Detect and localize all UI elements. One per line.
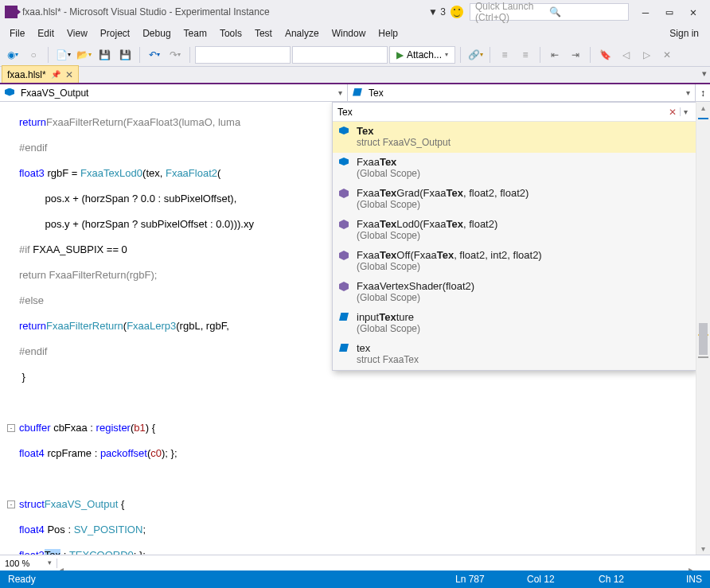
- navigation-bar: FxaaVS_Output ▾ Tex ▾ ↕: [0, 84, 710, 102]
- popup-item-title: FxaaTexLod0(FxaaTex, float2): [357, 218, 689, 230]
- popup-item[interactable]: Texstruct FxaaVS_Output: [333, 122, 696, 153]
- save-button[interactable]: 💾: [95, 45, 114, 64]
- menu-debug[interactable]: Debug: [136, 25, 177, 42]
- popup-item[interactable]: FxaaTexLod0(FxaaTex, float2)(Global Scop…: [333, 215, 696, 246]
- popup-item-title: FxaaTexGrad(FxaaTex, float2, float2): [357, 187, 689, 199]
- attach-button[interactable]: ▶ Attach... ▾: [389, 46, 455, 64]
- popup-item[interactable]: inputTexture(Global Scope): [333, 308, 696, 339]
- method-icon: [339, 282, 350, 293]
- status-line: Ln 787: [455, 574, 527, 585]
- clear-bookmarks-button[interactable]: ✕: [657, 45, 677, 64]
- menu-bar: File Edit View Project Debug Team Tools …: [0, 24, 710, 43]
- notification-flag[interactable]: ▼ 3: [428, 6, 446, 18]
- next-bookmark-button[interactable]: ▷: [637, 45, 656, 64]
- method-icon: [339, 220, 350, 231]
- popup-search-row: ✕ ▾: [333, 103, 696, 122]
- doc-tab-label: fxaa.hlsl*: [7, 69, 46, 80]
- filter-dropdown[interactable]: ▾: [680, 107, 691, 116]
- method-icon: [339, 251, 350, 262]
- title-bar: fxaa.hlsl* - Microsoft Visual Studio - E…: [0, 0, 710, 24]
- quick-launch-input[interactable]: Quick Launch (Ctrl+Q) 🔍: [470, 3, 629, 21]
- menu-analyze[interactable]: Analyze: [279, 25, 326, 42]
- minimize-button[interactable]: –: [634, 3, 657, 21]
- open-file-button[interactable]: 📂▾: [74, 45, 93, 64]
- field-icon: [339, 313, 350, 324]
- popup-item[interactable]: texstruct FxaaTex: [333, 339, 696, 370]
- popup-item[interactable]: FxaaTex(Global Scope): [333, 153, 696, 184]
- nav-forward-button[interactable]: ○: [24, 45, 43, 64]
- popup-item-title: FxaaTexOff(FxaaTex, float2, int2, float2…: [357, 249, 689, 261]
- undo-button[interactable]: ↶▾: [145, 45, 164, 64]
- popup-item-subtitle: struct FxaaVS_Output: [357, 137, 689, 148]
- close-tab-icon[interactable]: ✕: [65, 69, 73, 80]
- document-tab-fxaa[interactable]: fxaa.hlsl* 📌 ✕: [2, 65, 79, 83]
- split-editor-button[interactable]: ↕: [696, 84, 710, 101]
- status-ch: Ch 12: [599, 574, 670, 585]
- menu-view[interactable]: View: [60, 25, 94, 42]
- solution-config-dropdown[interactable]: [195, 46, 291, 64]
- nav-back-button[interactable]: ◉▾: [3, 45, 22, 64]
- redo-button[interactable]: ↷▾: [166, 45, 185, 64]
- bookmark-button[interactable]: 🔖: [595, 45, 614, 64]
- scroll-thumb[interactable]: [699, 323, 708, 355]
- play-icon: ▶: [396, 49, 404, 60]
- pin-icon[interactable]: 📌: [51, 70, 60, 79]
- uncomment-button[interactable]: ≡: [516, 45, 535, 64]
- menu-tools[interactable]: Tools: [213, 25, 248, 42]
- popup-item-title: inputTexture: [357, 311, 689, 323]
- tab-overflow-button[interactable]: ▾: [702, 68, 707, 79]
- scroll-down-icon[interactable]: ▾: [696, 544, 710, 553]
- sign-in-link[interactable]: Sign in: [661, 25, 707, 42]
- popup-item-subtitle: (Global Scope): [357, 261, 689, 272]
- solution-platform-dropdown[interactable]: [292, 46, 388, 64]
- method-icon: [339, 189, 350, 200]
- menu-window[interactable]: Window: [326, 25, 373, 42]
- popup-item-subtitle: struct FxaaTex: [357, 354, 689, 365]
- member-dropdown[interactable]: Tex ▾: [348, 84, 696, 101]
- scroll-up-icon[interactable]: ▴: [696, 103, 710, 112]
- feedback-smiley-icon[interactable]: [451, 6, 463, 18]
- close-button[interactable]: ✕: [681, 3, 705, 21]
- indent-left-button[interactable]: ⇤: [545, 45, 564, 64]
- popup-list: Texstruct FxaaVS_OutputFxaaTex(Global Sc…: [333, 122, 696, 370]
- menu-project[interactable]: Project: [94, 25, 136, 42]
- browser-link-button[interactable]: 🔗▾: [466, 45, 485, 64]
- main-toolbar: ◉▾ ○ 📄▾ 📂▾ 💾 💾 ↶▾ ↷▾ ▶ Attach... ▾ 🔗▾ ≡ …: [0, 43, 710, 67]
- menu-help[interactable]: Help: [372, 25, 404, 42]
- maximize-button[interactable]: ▭: [657, 3, 681, 21]
- popup-item-subtitle: (Global Scope): [357, 292, 689, 303]
- new-project-button[interactable]: 📄▾: [53, 45, 72, 64]
- popup-item-subtitle: (Global Scope): [357, 168, 689, 179]
- struct-icon: [339, 158, 350, 169]
- menu-test[interactable]: Test: [248, 25, 279, 42]
- save-all-button[interactable]: 💾: [115, 45, 135, 64]
- comment-out-button[interactable]: ≡: [495, 45, 514, 64]
- popup-item[interactable]: FxaaTexGrad(FxaaTex, float2, float2)(Glo…: [333, 184, 696, 215]
- popup-item-title: FxaaTex: [357, 156, 689, 168]
- popup-item[interactable]: FxaaVertexShader(float2)(Global Scope): [333, 277, 696, 308]
- menu-team[interactable]: Team: [178, 25, 213, 42]
- chevron-down-icon: ▾: [338, 88, 342, 97]
- struct-icon: [5, 88, 16, 98]
- zoom-dropdown[interactable]: 100 %▾: [0, 559, 57, 568]
- status-bar: Ready Ln 787 Col 12 Ch 12 INS: [0, 570, 710, 588]
- vertical-scrollbar[interactable]: ▴ ▾: [696, 102, 710, 555]
- popup-item-title: Tex: [357, 125, 689, 137]
- quick-launch-placeholder: Quick Launch (Ctrl+Q): [475, 1, 549, 23]
- popup-search-input[interactable]: [337, 107, 665, 118]
- document-tab-well: fxaa.hlsl* 📌 ✕ ▾: [0, 67, 710, 84]
- popup-item-subtitle: (Global Scope): [357, 323, 689, 334]
- prev-bookmark-button[interactable]: ◁: [616, 45, 635, 64]
- status-col: Col 12: [527, 574, 599, 585]
- popup-item-subtitle: (Global Scope): [357, 199, 689, 210]
- menu-file[interactable]: File: [3, 25, 31, 42]
- field-icon: [339, 344, 350, 355]
- vs-logo-icon: [5, 6, 18, 18]
- clear-icon[interactable]: ✕: [669, 107, 677, 118]
- menu-edit[interactable]: Edit: [31, 25, 60, 42]
- popup-item[interactable]: FxaaTexOff(FxaaTex, float2, int2, float2…: [333, 246, 696, 277]
- popup-item-title: tex: [357, 342, 689, 354]
- indent-right-button[interactable]: ⇥: [566, 45, 585, 64]
- scope-dropdown[interactable]: FxaaVS_Output ▾: [0, 84, 348, 101]
- field-icon: [353, 88, 364, 98]
